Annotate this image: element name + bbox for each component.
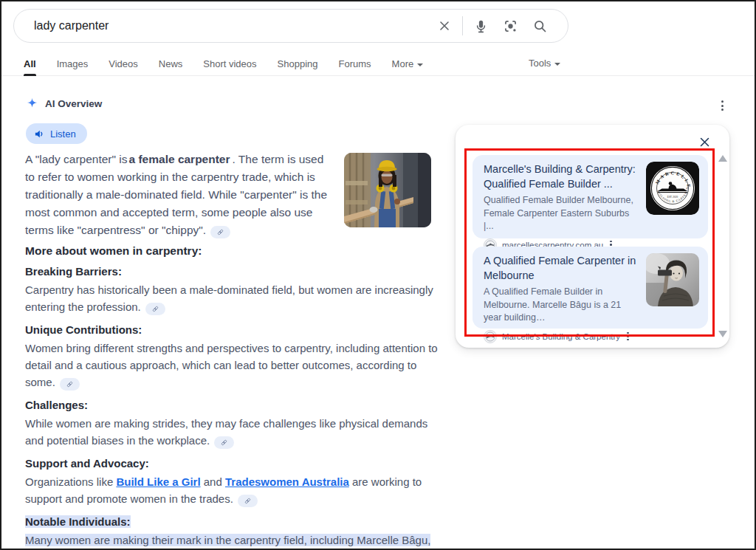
tab-all[interactable]: All (24, 53, 36, 75)
google-lens-icon[interactable] (495, 11, 525, 41)
highlighted-body-text: Many women are making their mark in the … (25, 534, 430, 550)
section-body: Many women are making their mark in the … (25, 532, 447, 550)
section-heading: Unique Contributions: (25, 322, 447, 338)
tab-shopping[interactable]: Shopping (278, 53, 318, 75)
source-link-chip[interactable] (145, 303, 165, 315)
search-input[interactable]: lady carpenter (34, 19, 430, 32)
microphone-icon[interactable] (466, 11, 495, 41)
section-breaking-barriers: Breaking Barriers: Carpentry has histori… (25, 264, 447, 315)
section-heading: Breaking Barriers: (25, 264, 447, 280)
source-card-female-carpenter[interactable]: A Qualified Female Carpenter in Melbourn… (472, 247, 708, 329)
source-link-chip[interactable] (214, 436, 234, 449)
section-body-text: Women bring different strengths and pers… (25, 342, 438, 388)
section-heading: Notable Individuals: (25, 514, 447, 530)
intro-part1: A "lady carpenter" is (25, 153, 128, 165)
chevron-down-icon (554, 63, 560, 66)
clear-search-icon[interactable] (430, 11, 459, 41)
google-search-page: lady carpenter (0, 0, 756, 550)
card-description: Qualified Female Builder Melbourne, Fema… (484, 194, 639, 233)
link-build-like-a-girl[interactable]: Build Like a Girl (116, 475, 200, 488)
site-favicon (484, 330, 497, 343)
close-panel-icon[interactable] (695, 133, 713, 151)
ai-overview-intro: A "lady carpenter" isa female carpenter.… (25, 151, 431, 239)
search-bar-divider (462, 16, 463, 35)
source-card-marcelles-site[interactable]: Marcelle's Building & Carpentry: Qualifi… (472, 155, 708, 238)
source-link-chip[interactable] (60, 378, 80, 391)
overflow-menu-icon[interactable] (719, 98, 726, 113)
tab-more[interactable]: More (392, 53, 424, 75)
section-body: Organizations like Build Like a Girl and… (25, 473, 447, 507)
tab-forums[interactable]: Forums (339, 53, 371, 75)
section-heading: Challenges: (25, 397, 447, 413)
section-body: While women are making strides, they may… (25, 415, 447, 449)
section-subheading: More about women in carpentry: (25, 244, 202, 258)
tab-images[interactable]: Images (57, 53, 89, 75)
section-body: Carpentry has historically been a male-d… (25, 281, 447, 315)
search-bar-icons (430, 11, 554, 41)
section-body-text: Organizations like (25, 475, 116, 488)
scroll-down-arrow[interactable] (718, 331, 727, 337)
card-title[interactable]: A Qualified Female Carpenter in Melbourn… (484, 254, 639, 283)
section-unique-contributions: Unique Contributions: Women bring differ… (25, 322, 447, 391)
section-heading: Support and Advocacy: (25, 456, 447, 472)
results-tab-bar: All Images Videos News Short videos Shop… (1, 52, 755, 76)
sources-side-panel: Marcelle's Building & Carpentry: Qualifi… (456, 125, 729, 348)
chevron-down-icon (417, 63, 423, 66)
tab-short-videos[interactable]: Short videos (203, 53, 256, 75)
source-link-chip[interactable] (210, 226, 230, 238)
card-text: Marcelle's Building & Carpentry: Qualifi… (484, 162, 639, 232)
intro-paragraph: A "lady carpenter" isa female carpenter.… (25, 151, 334, 239)
source-link-chip[interactable] (238, 495, 258, 507)
intro-bold-term: a female carpenter (129, 153, 230, 165)
tab-more-label: More (392, 58, 414, 69)
section-body-text: Carpentry has historically been a male-d… (25, 283, 433, 313)
scroll-up-arrow[interactable] (718, 155, 727, 162)
card-text: A Qualified Female Carpenter in Melbourn… (484, 253, 639, 322)
ai-sparkle-icon (26, 97, 38, 110)
section-support-advocacy: Support and Advocacy: Organizations like… (25, 456, 447, 507)
highlighted-heading-text: Notable Individuals: (25, 515, 131, 528)
speaker-icon (34, 128, 45, 140)
section-notable-individuals: Notable Individuals: Many women are maki… (25, 514, 447, 550)
ai-overview-title: AI Overview (45, 98, 102, 109)
tools-button[interactable]: Tools (529, 52, 560, 75)
listen-label: Listen (50, 128, 76, 140)
card-source-label: Marcelle's Building & Carpentry (502, 332, 620, 341)
marcelles-logo-image: MARCELLE'S BUILDING & CARPENTRY EST. 202… (646, 162, 699, 215)
listen-button[interactable]: Listen (26, 123, 87, 144)
ai-overview-sections: Breaking Barriers: Carpentry has histori… (25, 264, 447, 550)
card-source-row: Marcelle's Building & Carpentry (484, 330, 639, 343)
link-tradeswomen-australia[interactable]: Tradeswomen Australia (225, 475, 349, 488)
child-carpenter-photo (646, 253, 699, 306)
search-bar[interactable]: lady carpenter (13, 9, 568, 43)
logo-est-text: EST. 2020 (667, 196, 678, 199)
ai-overview-header: AI Overview (26, 97, 102, 110)
section-body: Women bring different strengths and pers… (25, 340, 447, 391)
card-menu-icon[interactable] (625, 331, 630, 343)
card-description: A Qualified Female Builder in Melbourne.… (484, 286, 639, 325)
tab-videos[interactable]: Videos (109, 53, 138, 75)
section-challenges: Challenges: While women are making strid… (25, 397, 447, 449)
card-title[interactable]: Marcelle's Building & Carpentry: Qualifi… (484, 162, 639, 191)
tools-label: Tools (529, 58, 551, 69)
carpenter-photo[interactable] (344, 153, 431, 227)
section-body-text: and (201, 475, 225, 488)
search-icon[interactable] (525, 11, 554, 41)
tab-news[interactable]: News (159, 53, 183, 75)
